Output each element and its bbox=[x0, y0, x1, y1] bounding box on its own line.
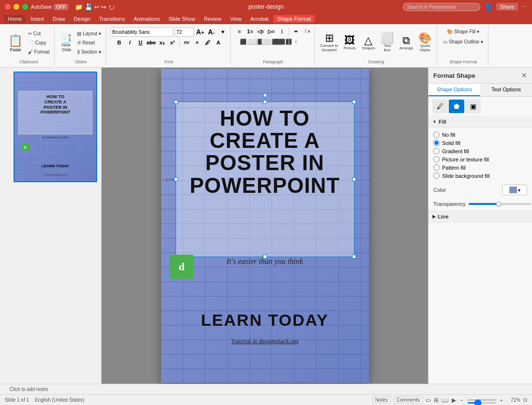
bold-button[interactable]: B bbox=[115, 38, 124, 47]
menu-shape-format[interactable]: Shape Format bbox=[273, 15, 315, 23]
handle-top-center[interactable] bbox=[263, 100, 267, 104]
menu-home[interactable]: Home bbox=[4, 15, 26, 23]
shape-outline-button[interactable]: ▭ Shape Outline ▾ bbox=[441, 37, 485, 46]
underline-button[interactable]: U bbox=[136, 38, 146, 47]
handle-mid-right[interactable] bbox=[352, 177, 356, 181]
picture-fill-radio[interactable] bbox=[433, 156, 440, 162]
slide-learn[interactable]: LEARN TODAY bbox=[171, 311, 359, 330]
strikethrough-button[interactable]: abc bbox=[147, 38, 156, 47]
panel-cursor-icon-button[interactable]: 🖊 bbox=[432, 100, 448, 113]
search-input[interactable] bbox=[403, 3, 480, 11]
handle-top-left[interactable] bbox=[174, 100, 178, 104]
line-section-header[interactable]: ▶ Line bbox=[429, 211, 532, 222]
quick-styles-button[interactable]: 🎨 QuickStyles bbox=[416, 32, 434, 54]
new-slide-button[interactable]: 📑 NewSlide bbox=[59, 29, 74, 57]
menu-slideshow[interactable]: Slide Show bbox=[165, 15, 199, 23]
bullets-button[interactable]: ≡ bbox=[235, 27, 244, 36]
gradient-fill-option[interactable]: Gradient fill bbox=[433, 147, 527, 155]
autosave-state[interactable]: OFF bbox=[54, 4, 68, 10]
notes-button[interactable]: Notes bbox=[372, 396, 391, 404]
convert-list-button[interactable]: ⋮≡ bbox=[302, 27, 311, 36]
slide-thumbnail[interactable]: HOW TOCREATE APOSTER INPOWERPOINT It's e… bbox=[14, 72, 97, 182]
panel-effects-icon-button[interactable]: ▣ bbox=[465, 100, 481, 113]
zoom-out-button[interactable]: − bbox=[459, 397, 464, 403]
zoom-in-button[interactable]: + bbox=[499, 397, 504, 403]
font-size-input[interactable] bbox=[175, 27, 194, 37]
font-decrease-button[interactable]: A- bbox=[207, 28, 216, 36]
clear-format-button[interactable]: ✦ bbox=[218, 28, 227, 36]
tab-shape-options[interactable]: Shape Options bbox=[429, 84, 480, 96]
menu-review[interactable]: Review bbox=[200, 15, 225, 23]
slide-bg-fill-option[interactable]: Slide background fill bbox=[433, 172, 527, 180]
view-slide-sorter-button[interactable]: ⊞ bbox=[434, 397, 439, 404]
section-button[interactable]: § Section ▾ bbox=[75, 48, 103, 57]
view-reading-button[interactable]: 📖 bbox=[442, 397, 449, 404]
panel-fill-icon-button[interactable]: ⬟ bbox=[449, 100, 464, 113]
italic-button[interactable]: I bbox=[125, 38, 135, 47]
char-spacing-button[interactable]: AV bbox=[182, 38, 192, 47]
subscript-button[interactable]: x₂ bbox=[157, 38, 167, 47]
convert-smartart-button[interactable]: ⊞ Convert toSmartArt bbox=[319, 32, 340, 54]
zoom-slider[interactable] bbox=[467, 402, 496, 404]
layout-button[interactable]: ▤ Layout ▾ bbox=[75, 29, 103, 38]
text-highlight-button[interactable]: 🖊 bbox=[203, 38, 213, 47]
share-button[interactable]: Share bbox=[496, 3, 518, 11]
view-normal-button[interactable]: ▭ bbox=[426, 397, 431, 404]
paste-button[interactable]: 📋 Paste bbox=[6, 29, 25, 57]
no-fill-option[interactable]: No fill bbox=[433, 130, 527, 139]
pattern-fill-radio[interactable] bbox=[433, 164, 440, 171]
copy-button[interactable]: 📄 Copy bbox=[26, 39, 51, 47]
text-box-button[interactable]: ⬜ TextBox bbox=[379, 32, 396, 54]
shapes-button[interactable]: △ Shapes bbox=[360, 34, 377, 52]
indent-more-button[interactable]: ▷≡ bbox=[266, 27, 276, 36]
minimize-window-button[interactable] bbox=[14, 4, 19, 10]
picture-fill-option[interactable]: Picture or texture fill bbox=[433, 155, 527, 163]
rotate-handle[interactable] bbox=[263, 93, 267, 97]
superscript-button[interactable]: x² bbox=[168, 38, 177, 47]
arrange-button[interactable]: ⧉ Arrange bbox=[398, 34, 415, 52]
shape-fill-button[interactable]: 🎨 Shape Fill ▾ bbox=[445, 27, 481, 36]
indent-less-button[interactable]: ◁≡ bbox=[256, 27, 266, 36]
solid-fill-option[interactable]: Solid fill bbox=[433, 139, 527, 147]
slide-tutorial[interactable]: Tutorial at designshack.net bbox=[171, 337, 359, 345]
font-increase-button[interactable]: A+ bbox=[195, 28, 205, 36]
maximize-window-button[interactable] bbox=[22, 4, 28, 10]
line-spacing-button[interactable]: ↕ bbox=[291, 37, 301, 46]
tab-text-options[interactable]: Text Options bbox=[480, 84, 532, 96]
view-presenter-button[interactable]: ▶ bbox=[452, 397, 456, 404]
text-effects-button[interactable]: A bbox=[192, 38, 202, 47]
cut-button[interactable]: ✂ Cut bbox=[26, 29, 51, 38]
font-name-input[interactable] bbox=[110, 27, 173, 37]
slide-main-title[interactable]: HOW TOCREATE APOSTER INPOWERPOINT bbox=[178, 107, 352, 197]
solid-fill-radio[interactable] bbox=[433, 140, 440, 146]
close-window-button[interactable] bbox=[5, 4, 11, 10]
transparency-slider[interactable] bbox=[469, 203, 531, 205]
gradient-fill-radio[interactable] bbox=[433, 148, 440, 154]
add-notes-label[interactable]: Click to add notes bbox=[5, 385, 53, 394]
notes-bar[interactable]: Click to add notes bbox=[0, 384, 532, 394]
cols-button[interactable]: ⫶ bbox=[277, 27, 287, 36]
font-color-button[interactable]: A bbox=[214, 38, 223, 47]
justify-button[interactable]: ⬛⬛⬛ bbox=[277, 37, 287, 46]
zoom-level[interactable]: 71% bbox=[507, 397, 520, 403]
fit-slide-button[interactable]: ⊡ bbox=[523, 397, 527, 403]
menu-view[interactable]: View bbox=[226, 15, 246, 23]
handle-top-right[interactable] bbox=[352, 100, 356, 104]
picture-button[interactable]: 🖼 Picture bbox=[341, 34, 358, 52]
menu-draw[interactable]: Draw bbox=[49, 15, 69, 23]
numbering-button[interactable]: 1≡ bbox=[245, 27, 255, 36]
menu-acrobat[interactable]: Acrobat bbox=[246, 15, 272, 23]
slide-subtitle[interactable]: It's easier than you think bbox=[171, 257, 359, 266]
slide-bg-fill-radio[interactable] bbox=[433, 173, 440, 179]
reset-button[interactable]: ↺ Reset bbox=[75, 39, 103, 47]
close-panel-button[interactable]: ✕ bbox=[521, 72, 527, 79]
slide-logo[interactable]: d bbox=[170, 255, 194, 279]
canvas-area[interactable]: ⟺ HOW TOCREATE APOSTER INPOWERPOINT It's… bbox=[102, 68, 428, 384]
color-picker-button[interactable]: ▾ bbox=[502, 185, 527, 195]
comments-button[interactable]: Comments bbox=[394, 396, 423, 404]
fill-section-header[interactable]: ▼ Fill bbox=[429, 116, 532, 128]
pattern-fill-option[interactable]: Pattern fill bbox=[433, 163, 527, 172]
no-fill-radio[interactable] bbox=[433, 131, 440, 138]
menu-design[interactable]: Design bbox=[70, 15, 94, 23]
dir-button[interactable]: ⇔ bbox=[291, 27, 301, 36]
